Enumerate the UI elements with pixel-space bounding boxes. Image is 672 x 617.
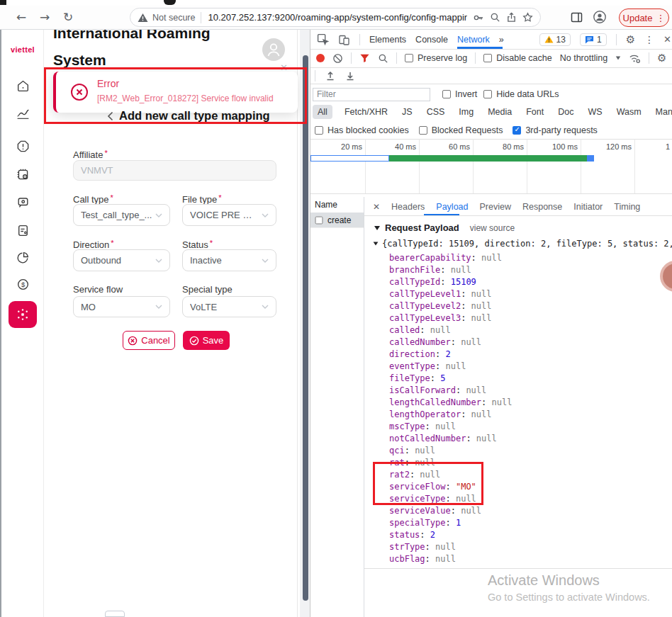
affiliate-field[interactable]: VNMVT: [73, 160, 276, 181]
not-secure-warning-icon[interactable]: [138, 13, 148, 23]
zoom-icon[interactable]: [490, 12, 500, 23]
payload-entry[interactable]: rat2: null: [364, 469, 672, 481]
network-conditions-icon[interactable]: [629, 53, 641, 64]
invert-label[interactable]: Invert: [455, 89, 477, 99]
chip-settings-icon[interactable]: [13, 165, 32, 183]
devtools-close-icon[interactable]: ✕: [663, 34, 671, 45]
issues-badge[interactable]: 1: [580, 33, 607, 46]
home-icon[interactable]: [13, 77, 32, 95]
payload-entry[interactable]: status: 2: [364, 529, 672, 541]
payload-entry[interactable]: rat: null: [364, 457, 672, 469]
tab-elements[interactable]: Elements: [369, 35, 406, 45]
payload-entry[interactable]: bearerCapability: null: [364, 252, 672, 264]
payload-entry[interactable]: serviceValue: null: [364, 505, 672, 517]
detail-tab[interactable]: Timing: [614, 202, 640, 212]
payload-entry[interactable]: isCallForward: null: [364, 385, 672, 397]
save-button[interactable]: Save: [183, 331, 230, 350]
request-row[interactable]: create: [310, 213, 364, 228]
payload-entry[interactable]: direction: 2: [364, 349, 672, 361]
detail-tab[interactable]: Headers: [391, 202, 425, 212]
tab-console[interactable]: Console: [415, 35, 448, 45]
type-filter-pill[interactable]: JS: [397, 105, 418, 119]
devtools-menu-icon[interactable]: ⋮: [644, 34, 654, 45]
file-type-select[interactable]: VOICE PRE OCS: [182, 204, 276, 226]
section-expander-icon[interactable]: [374, 226, 380, 230]
payload-entry[interactable]: serviceType: null: [364, 493, 672, 505]
toast-close-icon[interactable]: ✕: [280, 62, 288, 73]
search-icon[interactable]: [378, 53, 388, 64]
profile-avatar-icon[interactable]: [590, 8, 609, 26]
type-filter-pill[interactable]: CSS: [422, 105, 450, 119]
type-filter-pill[interactable]: Media: [483, 105, 517, 119]
detail-tab[interactable]: Initiator: [573, 202, 603, 212]
payload-entry[interactable]: ucbFlag: null: [364, 553, 672, 565]
hide-data-urls-checkbox[interactable]: [483, 90, 492, 98]
payload-entry[interactable]: callTypeLevel3: null: [364, 312, 672, 324]
throttling-dropdown-icon[interactable]: [616, 57, 620, 60]
type-filter-pill[interactable]: Doc: [553, 105, 578, 119]
preserve-log-checkbox[interactable]: [405, 54, 413, 62]
more-tabs-chevrons[interactable]: »: [499, 35, 504, 45]
payload-entry[interactable]: lengthOperator: null: [364, 409, 672, 421]
alert-icon[interactable]: [13, 137, 32, 155]
disable-cache-label[interactable]: Disable cache: [496, 53, 552, 63]
browser-menu-icon[interactable]: ⋮: [656, 13, 665, 23]
payload-entry[interactable]: branchFile: null: [364, 264, 672, 276]
address-bar[interactable]: Not secure 10.207.252.137:9200/roaming-a…: [130, 8, 541, 27]
inspect-element-icon[interactable]: [317, 33, 329, 45]
payload-entry[interactable]: eventType: null: [364, 361, 672, 373]
app-scrollbar-thumb[interactable]: [303, 55, 308, 601]
key-icon[interactable]: [473, 12, 484, 23]
type-filter-pill[interactable]: Wasm: [612, 105, 646, 119]
tab-network[interactable]: Network: [457, 35, 490, 45]
type-filter-pill[interactable]: Manifest: [651, 105, 672, 119]
invert-checkbox[interactable]: [442, 90, 451, 98]
payload-entry[interactable]: called: null: [364, 324, 672, 336]
filter-funnel-icon[interactable]: [359, 53, 370, 63]
name-column-header[interactable]: Name: [315, 200, 337, 210]
back-chevron-icon[interactable]: [107, 111, 113, 121]
payload-entry[interactable]: notCalledNumber: null: [364, 433, 672, 445]
direction-select[interactable]: Outbound: [73, 249, 170, 271]
call-type-select[interactable]: Test_call_type_...: [73, 204, 170, 226]
type-filter-pill[interactable]: WS: [583, 105, 607, 119]
type-filter-pill[interactable]: Img: [454, 105, 478, 119]
user-avatar[interactable]: [262, 38, 285, 61]
network-settings-gear-icon[interactable]: ⚙: [657, 52, 666, 64]
has-blocked-cookies-label[interactable]: Has blocked cookies: [327, 125, 409, 135]
special-type-select[interactable]: VoLTE: [182, 296, 276, 317]
has-blocked-cookies-checkbox[interactable]: [315, 126, 323, 135]
blocked-requests-label[interactable]: Blocked Requests: [432, 125, 503, 135]
forward-button[interactable]: →: [35, 8, 54, 26]
payload-preview-line[interactable]: {callTypeId: 15109, direction: 2, fileTy…: [382, 239, 672, 249]
chat-icon[interactable]: [13, 193, 32, 211]
device-toolbar-icon[interactable]: [338, 34, 350, 45]
clear-network-log-icon[interactable]: [332, 53, 343, 64]
detail-tab[interactable]: Response: [522, 202, 562, 212]
view-source-link[interactable]: view source: [470, 223, 515, 233]
payload-section-title[interactable]: Request Payload: [385, 222, 459, 233]
payload-entry[interactable]: fileType: 5: [364, 373, 672, 385]
back-button[interactable]: ←: [12, 8, 30, 26]
reload-button[interactable]: ↻: [59, 8, 77, 26]
document-icon[interactable]: [13, 221, 32, 239]
devtools-settings-icon[interactable]: ⚙: [626, 33, 635, 46]
waterfall-end-cap[interactable]: [587, 155, 594, 162]
payload-entry[interactable]: specialType: 1: [364, 517, 672, 529]
dollar-icon[interactable]: $: [13, 275, 32, 293]
preserve-log-label[interactable]: Preserve log: [418, 53, 467, 63]
update-button[interactable]: Update ⋮: [619, 9, 669, 27]
disable-cache-checkbox[interactable]: [483, 54, 492, 62]
line-chart-icon[interactable]: [13, 104, 32, 123]
blocked-requests-checkbox[interactable]: [419, 126, 427, 135]
bookmark-star-icon[interactable]: [522, 12, 533, 23]
sidebar-item-active-roaming[interactable]: [9, 301, 37, 328]
third-party-requests-checkbox[interactable]: [513, 126, 521, 135]
network-filter-input[interactable]: [313, 88, 430, 101]
request-name[interactable]: create: [327, 215, 351, 225]
payload-entry[interactable]: serviceFlow: "MO": [364, 481, 672, 493]
share-icon[interactable]: [506, 12, 517, 23]
pie-chart-icon[interactable]: [13, 248, 32, 266]
type-filter-pill[interactable]: Font: [521, 105, 549, 119]
throttling-select[interactable]: No throttling: [560, 53, 607, 63]
